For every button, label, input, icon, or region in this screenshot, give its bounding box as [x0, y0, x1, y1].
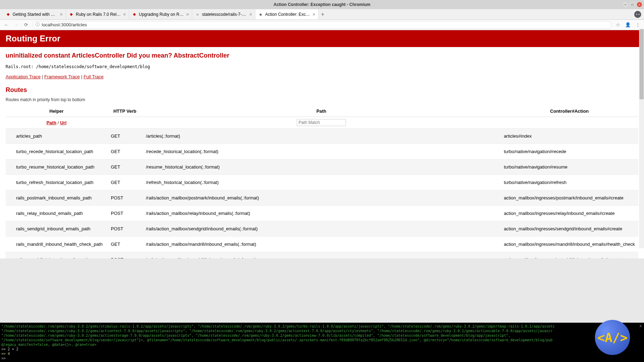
- window-maximize-button[interactable]: □: [630, 2, 635, 7]
- trace-links: Application Trace | Framework Trace | Fu…: [6, 74, 638, 79]
- column-action: Controller#Action: [500, 106, 638, 117]
- tab-favicon-icon: ◆: [132, 12, 137, 17]
- path-url-toggle: Path / Url: [6, 117, 107, 129]
- routes-heading: Routes: [6, 86, 638, 94]
- path-match-input[interactable]: [297, 119, 346, 126]
- cell-action: turbo/native/navigation#refresh: [500, 175, 638, 190]
- cell-path: /rails/action_mailbox/sendgrid/inbound_e…: [142, 221, 500, 237]
- tab-favicon-icon: ◆: [6, 12, 11, 17]
- tab-title: Upgrading Ruby on Rails: [139, 12, 184, 17]
- table-row: rails_postmark_inbound_emails_path POST …: [6, 190, 638, 206]
- cell-verb: GET: [107, 175, 142, 190]
- table-row: rails_mandrill_inbound_health_check_path…: [6, 237, 638, 252]
- star-icon[interactable]: ☆: [615, 21, 622, 28]
- tab-favicon-icon: ○: [195, 12, 200, 17]
- cell-helper: rails_sendgrid_inbound_emails_path: [6, 221, 107, 237]
- window-controls: − □ ×: [623, 2, 642, 7]
- cell-action: action_mailbox/ingresses/relay/inbound_e…: [500, 206, 638, 221]
- tab-title: statelesscode/rails-7-gett: [202, 12, 247, 17]
- cell-verb: POST: [107, 221, 142, 237]
- cell-path: /rails/action_mailbox/postmark/inbound_e…: [142, 190, 500, 206]
- tab-title: Getting Started with Rails: [13, 12, 58, 17]
- scrollbar[interactable]: [639, 29, 644, 248]
- cell-action: action_mailbox/ingresses/mandrill/inboun…: [500, 237, 638, 252]
- application-trace-link[interactable]: Application Trace: [6, 74, 41, 79]
- cell-path: /articles(.:format): [142, 129, 500, 144]
- table-row: rails_mandrill_inbound_emails_path POST …: [6, 252, 638, 259]
- column-verb: HTTP Verb: [107, 106, 142, 117]
- cell-verb: POST: [107, 206, 142, 221]
- back-button[interactable]: ←: [3, 21, 10, 28]
- menu-icon[interactable]: ⋮: [634, 21, 641, 28]
- incognito-icon[interactable]: 👓: [634, 11, 641, 18]
- cell-path: /recede_historical_location(.:format): [142, 144, 500, 159]
- cell-action: articles#index: [500, 129, 638, 144]
- cell-verb: GET: [107, 129, 142, 144]
- tab-close-button[interactable]: ×: [123, 12, 126, 17]
- reload-button[interactable]: ⟳: [22, 21, 29, 28]
- table-row: turbo_recede_historical_location_path GE…: [6, 144, 638, 159]
- rails-root: Rails.root: /home/statelesscode/software…: [6, 64, 638, 69]
- url-link[interactable]: Url: [60, 120, 66, 125]
- forward-button[interactable]: →: [13, 21, 20, 28]
- table-row: turbo_resume_historical_location_path GE…: [6, 159, 638, 175]
- tab-close-button[interactable]: ×: [60, 12, 63, 17]
- table-row: turbo_refresh_historical_location_path G…: [6, 175, 638, 190]
- page-content: Routing Error uninitialized constant Art…: [0, 30, 644, 258]
- tab-title: Ruby on Rails 7.0 Release: [76, 12, 121, 17]
- browser-tabs: ◆ Getting Started with Rails × ◆ Ruby on…: [0, 9, 644, 20]
- cell-action: turbo/native/navigation#recede: [500, 144, 638, 159]
- cell-verb: GET: [107, 144, 142, 159]
- browser-tab[interactable]: ◆ Upgrading Ruby on Rails ×: [129, 9, 192, 19]
- info-icon: ⓘ: [35, 22, 40, 28]
- table-row: rails_relay_inbound_emails_path POST /ra…: [6, 206, 638, 221]
- cell-action: action_mailbox/ingresses/postmark/inboun…: [500, 190, 638, 206]
- new-tab-button[interactable]: +: [318, 10, 327, 19]
- full-trace-link[interactable]: Full Trace: [83, 74, 103, 79]
- cell-helper: turbo_resume_historical_location_path: [6, 159, 107, 175]
- tab-title: Action Controller: Except: [265, 12, 310, 17]
- cell-helper: rails_mandrill_inbound_health_check_path: [6, 237, 107, 252]
- cell-action: turbo/native/navigation#resume: [500, 159, 638, 175]
- cell-helper: rails_postmark_inbound_emails_path: [6, 190, 107, 206]
- error-header: Routing Error: [0, 30, 644, 47]
- error-message: uninitialized constant ArticlesControlle…: [6, 52, 638, 59]
- cell-action: action_mailbox/ingresses/mandrill/inboun…: [500, 252, 638, 259]
- cell-path: /rails/action_mailbox/mandrill/inbound_e…: [142, 237, 500, 252]
- cell-helper: articles_path: [6, 129, 107, 144]
- url-bar[interactable]: ⓘ localhost:3000/articles: [32, 21, 612, 29]
- scrollbar-thumb[interactable]: [639, 29, 644, 99]
- window-close-button[interactable]: ×: [637, 2, 642, 7]
- table-row: rails_sendgrid_inbound_emails_path POST …: [6, 221, 638, 237]
- tab-favicon-icon: ■: [258, 12, 263, 17]
- cell-verb: POST: [107, 190, 142, 206]
- browser-tab[interactable]: ○ statelesscode/rails-7-gett ×: [192, 9, 255, 19]
- tab-close-button[interactable]: ×: [313, 12, 315, 17]
- profile-icon[interactable]: 👤: [624, 21, 631, 28]
- browser-toolbar: ← → ⟳ ⓘ localhost:3000/articles ☆ 👤 ⋮: [0, 20, 644, 30]
- cell-helper: turbo_recede_historical_location_path: [6, 144, 107, 159]
- cell-helper: rails_mandrill_inbound_emails_path: [6, 252, 107, 259]
- cell-path: /refresh_historical_location(.:format): [142, 175, 500, 190]
- routes-note: Routes match in priority from top to bot…: [6, 97, 638, 102]
- framework-trace-link[interactable]: Framework Trace: [44, 74, 80, 79]
- routes-table: Helper HTTP Verb Path Controller#Action …: [6, 106, 638, 258]
- tab-close-button[interactable]: ×: [249, 12, 252, 17]
- cell-helper: rails_relay_inbound_emails_path: [6, 206, 107, 221]
- table-row: articles_path GET /articles(.:format) ar…: [6, 129, 638, 144]
- browser-tab[interactable]: ◆ Ruby on Rails 7.0 Release ×: [66, 9, 129, 19]
- cell-verb: GET: [107, 237, 142, 252]
- window-titlebar: Action Controller: Exception caught - Ch…: [0, 0, 644, 9]
- tab-favicon-icon: ◆: [69, 12, 74, 17]
- column-path: Path: [142, 106, 500, 117]
- browser-tab[interactable]: ■ Action Controller: Except ×: [255, 9, 318, 19]
- browser-tab[interactable]: ◆ Getting Started with Rails ×: [3, 9, 66, 19]
- window-title: Action Controller: Exception caught - Ch…: [274, 2, 370, 7]
- cell-helper: turbo_refresh_historical_location_path: [6, 175, 107, 190]
- tab-close-button[interactable]: ×: [186, 12, 189, 17]
- path-link[interactable]: Path: [46, 120, 56, 125]
- cell-action: action_mailbox/ingresses/sendgrid/inboun…: [500, 221, 638, 237]
- window-minimize-button[interactable]: −: [623, 2, 628, 7]
- column-helper: Helper: [6, 106, 107, 117]
- cell-path: /rails/action_mailbox/relay/inbound_emai…: [142, 206, 500, 221]
